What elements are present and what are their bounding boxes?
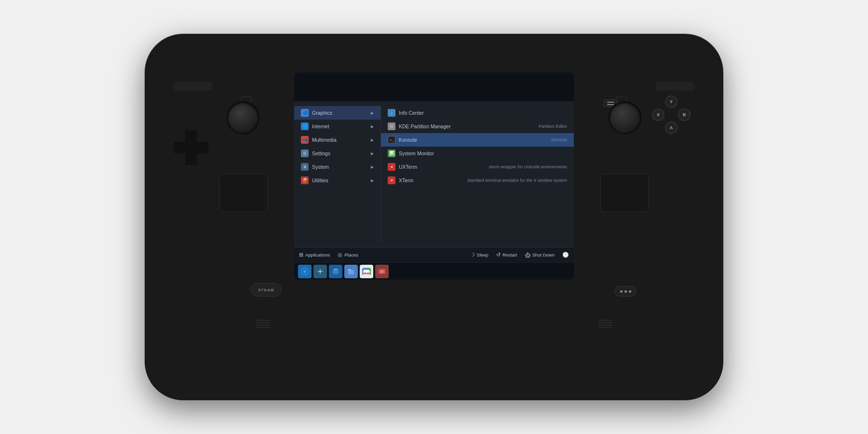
screen: 🔵 Graphics ▶ 🌐 Internet ▶ 📺 Multimedia [294, 72, 574, 280]
taskbar-network[interactable] [313, 265, 327, 278]
info-center-icon: ℹ [388, 109, 395, 117]
utilities-label: Utilities [312, 177, 328, 183]
svg-point-5 [319, 271, 321, 272]
restart-btn[interactable]: ↺ Restart [496, 252, 517, 258]
graphics-label: Graphics [312, 110, 332, 116]
left-speaker [256, 320, 270, 328]
dpad[interactable] [174, 130, 208, 165]
taskbar-screenshot[interactable] [375, 265, 389, 278]
konsole-icon: >_ [388, 136, 395, 144]
left-analog-stick[interactable] [227, 101, 259, 134]
left-touchpad[interactable] [219, 174, 268, 212]
multimedia-arrow: ▶ [371, 138, 374, 142]
settings-arrow: ▶ [371, 151, 374, 156]
svg-point-14 [365, 270, 368, 273]
multimedia-label: Multimedia [312, 137, 337, 143]
utilities-arrow: ▶ [371, 178, 374, 183]
menu-item-kde-partition[interactable]: ⚙ KDE Partition Manager Partition Editor [381, 120, 574, 133]
uxterm-icon: ✕ [388, 163, 395, 171]
settings-label: Settings [312, 150, 330, 156]
clock-btn: 🕐 [562, 252, 569, 258]
info-center-label: Info Center [399, 110, 424, 116]
multimedia-icon: 📺 [301, 136, 309, 144]
sleep-label: Sleep [477, 252, 488, 258]
steam-button[interactable]: STEAM [251, 283, 282, 297]
sysmon-label: System Monitor [399, 150, 434, 156]
system-icon: 🖥 [301, 163, 309, 171]
taskbar [294, 262, 574, 280]
y-button[interactable]: Y [665, 95, 678, 108]
applications-icon: ⊞ [299, 252, 303, 258]
places-label: Places [344, 252, 358, 258]
x-button[interactable]: X [652, 108, 665, 121]
partition-label: KDE Partition Manager [399, 123, 450, 129]
uxterm-desc: xterm wrapper for Unicode environments [488, 164, 567, 169]
konsole-label: Konsole [399, 137, 417, 143]
menu-item-info-center[interactable]: ℹ Info Center [381, 106, 574, 120]
utilities-icon: 📦 [301, 176, 309, 184]
places-icon: ◎ [338, 252, 342, 258]
menu-item-system[interactable]: 🖥 System ▶ [294, 160, 380, 174]
xterm-desc: standard terminal emulator for the X win… [467, 178, 567, 183]
uxterm-label: UXTerm [399, 164, 417, 170]
bottom-bar: ⊞ Applications ◎ Places ☽ Sleep ↺ Restar… [294, 247, 574, 262]
menu-item-utilities[interactable]: 📦 Utilities ▶ [294, 174, 380, 187]
b-button[interactable]: B [678, 108, 691, 121]
menu-area: 🔵 Graphics ▶ 🌐 Internet ▶ 📺 Multimedia [294, 101, 574, 247]
menu-item-uxterm[interactable]: ✕ UXTerm xterm wrapper for Unicode envir… [381, 160, 574, 174]
steam-deck-device: STEAM 🔵 Graphics ▶ 🌐 [145, 34, 723, 400]
internet-label: Internet [312, 123, 329, 129]
menu-item-multimedia[interactable]: 📺 Multimedia ▶ [294, 133, 380, 147]
shutdown-label: Shut Down [532, 252, 555, 258]
system-arrow: ▶ [371, 165, 374, 169]
konsole-desc: Terminal [551, 137, 567, 142]
xterm-label: XTerm [399, 177, 413, 183]
menu-item-settings[interactable]: ⚙ Settings ▶ [294, 147, 380, 160]
graphics-arrow: ▶ [371, 111, 374, 115]
partition-icon: ⚙ [388, 122, 395, 130]
places-btn[interactable]: ◎ Places [338, 252, 358, 258]
a-button[interactable]: A [665, 122, 678, 134]
menu-item-graphics[interactable]: 🔵 Graphics ▶ [294, 106, 380, 120]
svg-point-1 [303, 270, 306, 273]
right-touchpad[interactable] [600, 174, 649, 212]
taskbar-discover[interactable] [298, 265, 312, 278]
svg-rect-10 [348, 270, 354, 274]
taskbar-store[interactable] [329, 265, 342, 278]
svg-rect-7 [333, 270, 339, 274]
internet-icon: 🌐 [301, 122, 309, 130]
svg-point-17 [380, 270, 383, 273]
shutdown-icon: ⏻ [525, 252, 530, 258]
right-analog-stick[interactable] [609, 101, 641, 134]
restart-label: Restart [502, 252, 517, 258]
screen-bezel: 🔵 Graphics ▶ 🌐 Internet ▶ 📺 Multimedia [294, 72, 574, 280]
left-trigger[interactable] [174, 82, 212, 91]
taskbar-chrome[interactable] [360, 265, 373, 278]
svg-rect-8 [334, 269, 338, 270]
sysmon-icon: 📊 [388, 149, 395, 157]
sleep-icon: ☽ [470, 252, 475, 258]
right-menu: ℹ Info Center ⚙ KDE Partition Manager Pa… [381, 106, 574, 242]
taskbar-files[interactable] [344, 265, 358, 278]
internet-arrow: ▶ [371, 124, 374, 129]
clock-icon: 🕐 [562, 252, 569, 258]
menu-item-konsole[interactable]: >_ Konsole Terminal [381, 133, 574, 147]
system-label: System [312, 164, 329, 170]
menu-item-system-monitor[interactable]: 📊 System Monitor [381, 147, 574, 160]
menu-item-xterm[interactable]: ✕ XTerm standard terminal emulator for t… [381, 174, 574, 187]
applications-label: Applications [305, 252, 330, 258]
partition-desc: Partition Editor [539, 124, 567, 129]
right-trigger[interactable] [656, 82, 694, 91]
right-speaker [598, 320, 612, 328]
left-menu: 🔵 Graphics ▶ 🌐 Internet ▶ 📺 Multimedia [294, 106, 381, 242]
settings-icon: ⚙ [301, 149, 309, 157]
sleep-btn[interactable]: ☽ Sleep [470, 252, 488, 258]
graphics-icon: 🔵 [301, 109, 309, 117]
three-dot-button[interactable] [614, 286, 637, 297]
xterm-icon: ✕ [388, 176, 395, 184]
svg-rect-11 [348, 269, 351, 271]
restart-icon: ↺ [496, 252, 501, 258]
shutdown-btn[interactable]: ⏻ Shut Down [525, 252, 555, 258]
menu-item-internet[interactable]: 🌐 Internet ▶ [294, 120, 380, 133]
applications-btn[interactable]: ⊞ Applications [299, 252, 330, 258]
